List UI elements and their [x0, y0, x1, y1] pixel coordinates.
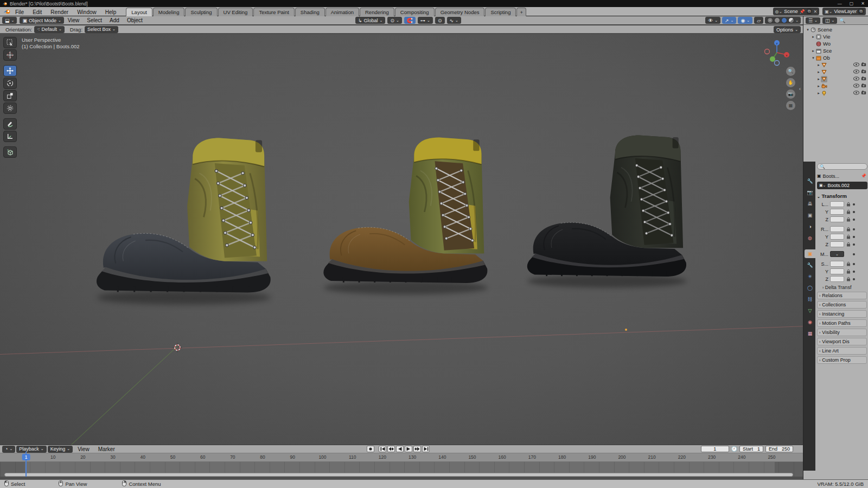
timeline-scrollbar[interactable]: [4, 473, 793, 477]
tab-sculpting[interactable]: Sculpting: [185, 8, 217, 16]
viewport-menu-object[interactable]: Object: [123, 17, 146, 23]
new-scene-icon[interactable]: ⧉: [807, 9, 812, 14]
properties-tab-output[interactable]: 🖶: [805, 200, 815, 208]
section-relations[interactable]: ›Relations: [817, 292, 867, 299]
value-field[interactable]: [830, 268, 844, 274]
auto-keying-icon[interactable]: 🕘: [731, 446, 737, 452]
overlays-toggle[interactable]: ◉⌄: [738, 17, 752, 24]
expand-arrow[interactable]: ▸: [816, 77, 821, 81]
outliner-display-mode-dropdown[interactable]: ◫⌄: [822, 17, 837, 24]
drag-dropdown[interactable]: Select Box⌄: [85, 26, 118, 33]
properties-tab-modifiers[interactable]: 🔧: [805, 261, 815, 269]
animate-dot[interactable]: [853, 203, 855, 206]
cursor-tool[interactable]: [3, 49, 17, 61]
lock-icon[interactable]: [845, 209, 851, 215]
outliner-editor-type-button[interactable]: ☰⌄: [806, 17, 820, 24]
menu-render[interactable]: Render: [46, 9, 73, 15]
visibility-dropdown[interactable]: 👁⌄: [705, 17, 720, 24]
animate-dot[interactable]: [853, 243, 855, 246]
tab-texture-paint[interactable]: Texture Paint: [253, 8, 294, 16]
tab-compositing[interactable]: Compositing: [395, 8, 435, 16]
add-cube-tool[interactable]: +: [3, 146, 17, 158]
section-custom-prop[interactable]: ›Custom Prop: [817, 356, 867, 364]
properties-tab-texture[interactable]: ▦: [805, 329, 815, 338]
nav-camera-view-button[interactable]: 📷: [786, 89, 795, 99]
expand-arrow[interactable]: ▾: [811, 56, 815, 60]
pin-icon[interactable]: 📌: [861, 174, 866, 178]
transform-tool[interactable]: [3, 102, 17, 114]
editor-type-button[interactable]: ⬓⌄: [2, 17, 17, 24]
gizmos-toggle[interactable]: ↗⌄: [722, 17, 736, 24]
viewport-menu-select[interactable]: Select: [83, 17, 106, 23]
animate-dot[interactable]: [853, 271, 855, 273]
properties-tab-particles[interactable]: ✳: [805, 272, 815, 281]
outliner-search-icon[interactable]: 🔍: [839, 18, 845, 23]
lock-icon[interactable]: [845, 276, 851, 282]
menu-file[interactable]: File: [11, 9, 28, 15]
transform-panel-header[interactable]: ⌄ Transform: [817, 193, 867, 199]
hide-viewport-toggle[interactable]: [853, 83, 859, 89]
animate-dot[interactable]: [853, 278, 855, 280]
frame-end-field[interactable]: End250: [765, 446, 793, 452]
options-dropdown[interactable]: Options⌄: [774, 26, 801, 33]
value-field[interactable]: [830, 261, 844, 267]
record-button[interactable]: [367, 446, 374, 452]
measure-tool[interactable]: [3, 131, 17, 142]
outliner-row-object[interactable]: ▸: [803, 75, 868, 82]
value-field[interactable]: [830, 226, 844, 232]
tab-modeling[interactable]: Modeling: [153, 8, 185, 16]
section-motion-paths[interactable]: ›Motion Paths: [817, 319, 867, 327]
animate-dot[interactable]: [853, 219, 855, 221]
lock-icon[interactable]: [845, 234, 851, 240]
animate-dot[interactable]: [853, 253, 855, 255]
prev-keyframe-button[interactable]: [387, 446, 395, 452]
shading-rendered[interactable]: [788, 17, 794, 23]
transform-orientation-dropdown[interactable]: ↳ Global⌄: [355, 17, 385, 24]
hide-viewport-toggle[interactable]: [853, 69, 859, 75]
animate-dot[interactable]: [853, 236, 855, 238]
marker-menu[interactable]: Marker: [94, 446, 119, 452]
viewport-3d[interactable]: User Perspective (1) Collection | Boots.…: [0, 34, 803, 445]
proportional-edit-toggle[interactable]: ⊙: [435, 17, 445, 24]
playback-menu[interactable]: Playback⌄: [16, 446, 46, 453]
hide-viewport-toggle[interactable]: [853, 76, 859, 82]
scene-selector[interactable]: ◍⌄ Scene 📌 ⧉ ✕: [773, 8, 820, 15]
value-field[interactable]: [830, 234, 844, 240]
expand-arrow[interactable]: ▸: [816, 91, 821, 95]
menu-help[interactable]: Help: [101, 9, 121, 15]
current-frame-indicator[interactable]: 1: [22, 454, 30, 460]
outliner-row-object[interactable]: ▸: [803, 61, 868, 68]
play-button[interactable]: [405, 446, 412, 452]
tab-animation[interactable]: Animation: [326, 8, 359, 16]
expand-arrow[interactable]: ▸: [811, 49, 815, 53]
properties-tab-material[interactable]: ◉: [805, 318, 815, 326]
outliner-row-sce[interactable]: ▸Sce: [803, 47, 868, 54]
play-reverse-button[interactable]: [396, 446, 404, 452]
next-keyframe-button[interactable]: [413, 446, 421, 452]
outliner-row-object[interactable]: ▸: [803, 82, 868, 89]
add-workspace-tab[interactable]: +: [516, 8, 526, 16]
value-field[interactable]: [830, 241, 844, 247]
shading-wireframe[interactable]: [767, 17, 773, 23]
outliner-row-object[interactable]: ▸: [803, 89, 868, 97]
move-tool[interactable]: [3, 65, 17, 76]
snap-toggle[interactable]: 🧲: [404, 17, 416, 24]
section-line-art[interactable]: ›Line Art: [817, 347, 867, 355]
section-collections[interactable]: ›Collections: [817, 301, 867, 309]
animate-dot[interactable]: [853, 211, 855, 213]
maximize-button[interactable]: ▢: [850, 1, 854, 6]
lock-icon[interactable]: [845, 216, 851, 222]
section-visibility[interactable]: ›Visibility: [817, 329, 867, 336]
shading-material-preview[interactable]: [781, 17, 787, 23]
value-field[interactable]: [830, 201, 844, 207]
tab-scripting[interactable]: Scripting: [485, 8, 516, 16]
value-field[interactable]: [830, 209, 844, 215]
rotation-mode-dropdown[interactable]: ⌄: [830, 251, 844, 257]
properties-tab-constraints[interactable]: ⛓: [805, 295, 815, 304]
pivot-point-dropdown[interactable]: ⊙⌄: [387, 17, 401, 24]
value-field[interactable]: [830, 216, 844, 222]
disable-render-toggle[interactable]: [861, 90, 866, 96]
breadcrumb-object[interactable]: Boots...: [823, 174, 840, 179]
xray-toggle[interactable]: ▱: [754, 17, 763, 24]
new-viewlayer-icon[interactable]: ⧉: [858, 9, 864, 14]
